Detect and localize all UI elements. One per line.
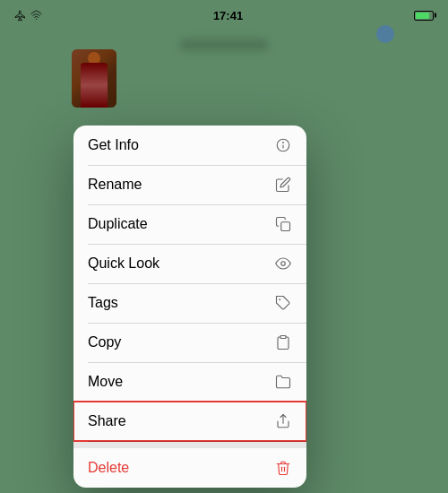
info-icon (274, 136, 292, 154)
tag-icon (274, 294, 292, 312)
menu-label-share: Share (88, 413, 126, 429)
menu-label-rename: Rename (88, 177, 142, 193)
eye-icon (274, 255, 292, 272)
copy-icon (274, 333, 292, 351)
duplicate-icon (274, 215, 292, 233)
folder-icon (274, 373, 292, 391)
menu-label-quick-look: Quick Look (88, 255, 159, 272)
menu-item-rename[interactable]: Rename (73, 165, 306, 204)
menu-label-move: Move (88, 374, 123, 390)
menu-label-copy: Copy (88, 334, 121, 350)
context-menu: Get Info Rename Duplicate Quick Look Tag… (73, 125, 306, 488)
svg-point-5 (281, 262, 286, 266)
share-icon (274, 412, 292, 430)
menu-item-share[interactable]: Share (73, 402, 306, 441)
svg-rect-7 (280, 336, 286, 339)
status-right (414, 11, 434, 21)
wifi-icon (30, 10, 42, 22)
battery-fill (416, 13, 429, 19)
status-time: 17:41 (213, 9, 243, 22)
menu-label-tags: Tags (88, 295, 118, 311)
menu-label-delete: Delete (88, 460, 129, 476)
menu-label-get-info: Get Info (88, 137, 139, 153)
menu-divider (73, 441, 306, 448)
svg-rect-4 (281, 222, 290, 231)
menu-item-quick-look[interactable]: Quick Look (73, 244, 306, 283)
menu-item-duplicate[interactable]: Duplicate (73, 204, 306, 244)
menu-item-move[interactable]: Move (73, 362, 306, 402)
svg-point-0 (36, 18, 37, 19)
status-left (14, 10, 42, 22)
battery-indicator (414, 11, 434, 21)
pencil-icon (274, 176, 292, 194)
status-bar: 17:41 (0, 0, 448, 25)
menu-item-copy[interactable]: Copy (73, 323, 306, 362)
menu-item-tags[interactable]: Tags (73, 283, 306, 323)
menu-item-get-info[interactable]: Get Info (73, 125, 306, 165)
trash-icon (274, 459, 292, 477)
menu-label-duplicate: Duplicate (88, 216, 148, 232)
menu-item-delete[interactable]: Delete (73, 448, 306, 488)
airplane-icon (14, 10, 26, 22)
